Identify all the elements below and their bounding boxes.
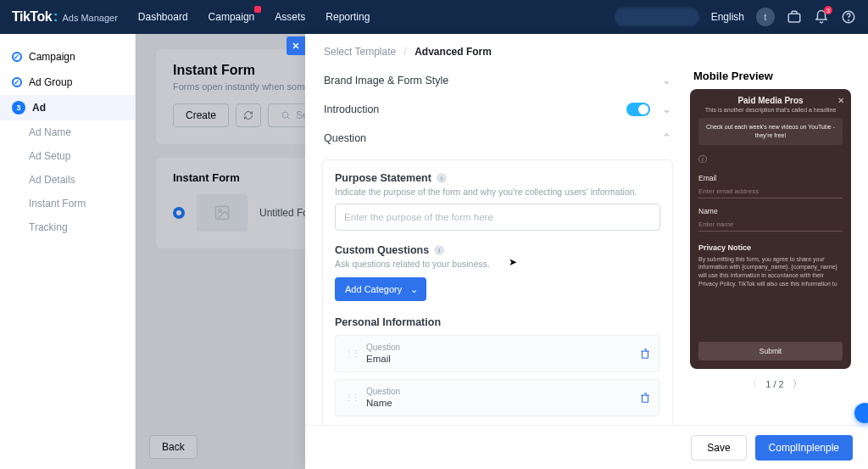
question-settings-card: Purpose Statement i Indicate the purpose… bbox=[322, 159, 673, 425]
sidebar-item-adgroup[interactable]: ✓ Ad Group bbox=[0, 70, 135, 95]
personal-info-caption: Question bbox=[366, 386, 400, 397]
left-sidebar: ✓ Campaign ✓ Ad Group 3 Ad Ad Name Ad Se… bbox=[0, 34, 136, 469]
nav-campaign-label: Campaign bbox=[209, 11, 255, 23]
sidebar-sub-instantform[interactable]: Instant Form bbox=[0, 192, 135, 215]
preview-email-label: Email bbox=[698, 174, 843, 182]
bell-badge: 3 bbox=[824, 6, 832, 14]
brand-colon: : bbox=[53, 9, 58, 25]
mobile-preview-column: Mobile Preview ✕ Paid Media Pros This is… bbox=[690, 66, 860, 425]
info-icon[interactable]: i bbox=[434, 245, 444, 255]
sidebar-item-label: Ad bbox=[32, 102, 46, 114]
nav-campaign-badge bbox=[254, 6, 261, 13]
check-icon: ✓ bbox=[12, 52, 22, 62]
help-icon[interactable] bbox=[841, 9, 856, 25]
pager-next-icon[interactable]: 〉 bbox=[793, 377, 802, 390]
breadcrumb-current: Advanced Form bbox=[415, 46, 492, 58]
nav-items: Dashboard Campaign Assets Reporting bbox=[138, 11, 370, 23]
add-category-label: Add Category bbox=[345, 284, 402, 294]
preview-subtitle: This is another description that's calle… bbox=[698, 107, 843, 113]
personal-info-label: Personal Information bbox=[335, 316, 660, 328]
purpose-input[interactable] bbox=[335, 204, 660, 231]
sidebar-sub-addetails[interactable]: Ad Details bbox=[0, 168, 135, 192]
info-icon[interactable]: i bbox=[437, 173, 447, 183]
personal-info-value: Name bbox=[366, 397, 400, 410]
svg-rect-0 bbox=[788, 14, 800, 22]
chevron-down-icon: ⌄ bbox=[662, 74, 671, 87]
sidebar-sub-adsetup[interactable]: Ad Setup bbox=[0, 144, 135, 168]
nav-campaign[interactable]: Campaign bbox=[209, 11, 255, 23]
breadcrumb-root[interactable]: Select Template bbox=[324, 46, 396, 58]
preview-privacy-heading: Privacy Notice bbox=[698, 243, 843, 252]
language-selector[interactable]: English bbox=[711, 11, 744, 23]
sidebar-item-label: Campaign bbox=[29, 51, 75, 63]
sidebar-item-campaign[interactable]: ✓ Campaign bbox=[0, 44, 135, 70]
delete-button[interactable] bbox=[639, 348, 651, 360]
add-category-button[interactable]: Add Category ⌄ bbox=[335, 277, 426, 301]
breadcrumb: Select Template / Advanced Form bbox=[305, 34, 868, 66]
section-question[interactable]: Question ⌃ bbox=[314, 124, 682, 153]
notifications-button[interactable]: 3 bbox=[814, 9, 829, 25]
sidebar-sub-adname[interactable]: Ad Name bbox=[0, 120, 135, 144]
purpose-label-text: Purpose Statement bbox=[335, 172, 431, 184]
mobile-preview-heading: Mobile Preview bbox=[690, 70, 860, 82]
account-selector[interactable] bbox=[615, 8, 699, 26]
preview-info-icon: ⓘ bbox=[698, 154, 843, 165]
trash-icon bbox=[639, 392, 651, 404]
personal-info-item-name[interactable]: ⋮⋮ Question Name bbox=[335, 379, 660, 416]
personal-info-item-email[interactable]: ⋮⋮ Question Email bbox=[335, 335, 660, 372]
briefcase-icon[interactable] bbox=[787, 9, 802, 25]
nav-right: English t 3 bbox=[615, 8, 856, 26]
nav-assets[interactable]: Assets bbox=[275, 11, 305, 23]
pager-prev-icon[interactable]: 〈 bbox=[748, 377, 757, 390]
nav-reporting[interactable]: Reporting bbox=[326, 11, 370, 23]
chevron-down-icon: ⌄ bbox=[662, 103, 671, 115]
purpose-label: Purpose Statement i bbox=[335, 172, 660, 184]
trash-icon bbox=[639, 348, 651, 360]
drawer-close-button[interactable] bbox=[287, 36, 305, 55]
brand-subtitle: Ads Manager bbox=[62, 13, 117, 23]
complete-button[interactable]: ComplInplenple bbox=[755, 435, 853, 461]
preview-privacy-body: By submitting this form, you agree to sh… bbox=[698, 255, 843, 289]
section-introduction[interactable]: Introduction ⌄ bbox=[314, 95, 682, 124]
check-icon: ✓ bbox=[12, 77, 22, 87]
preview-banner: Check out each week's new videos on YouT… bbox=[698, 118, 843, 145]
section-label: Introduction bbox=[324, 103, 379, 115]
introduction-toggle[interactable] bbox=[626, 103, 650, 116]
preview-name-input[interactable] bbox=[698, 217, 843, 232]
custom-questions-label: Custom Questions i bbox=[335, 244, 660, 256]
custom-questions-help: Ask questions related to your business. bbox=[335, 259, 660, 269]
preview-submit-button[interactable]: Submit bbox=[698, 342, 843, 360]
purpose-help: Indicate the purpose of the form and why… bbox=[335, 187, 660, 197]
preview-close-icon[interactable]: ✕ bbox=[837, 96, 844, 105]
close-icon bbox=[291, 41, 301, 51]
personal-info-caption: Question bbox=[366, 342, 400, 353]
svg-point-2 bbox=[849, 20, 849, 20]
sidebar-item-ad[interactable]: 3 Ad bbox=[0, 95, 135, 120]
avatar[interactable]: t bbox=[756, 8, 775, 26]
drawer-footer: Save ComplInplenple bbox=[305, 425, 868, 469]
brand-logo[interactable]: TikTok: Ads Manager bbox=[12, 9, 118, 25]
delete-button[interactable] bbox=[639, 392, 651, 404]
form-editor-drawer: Select Template / Advanced Form Brand Im… bbox=[305, 34, 868, 469]
drag-handle-icon[interactable]: ⋮⋮ bbox=[344, 349, 358, 360]
preview-email-input[interactable] bbox=[698, 184, 843, 198]
save-button[interactable]: Save bbox=[691, 435, 746, 461]
personal-info-value: Email bbox=[366, 353, 400, 366]
top-navigation: TikTok: Ads Manager Dashboard Campaign A… bbox=[0, 0, 868, 34]
form-builder-column: Brand Image & Form Style ⌄ Introduction … bbox=[314, 66, 682, 425]
chevron-up-icon: ⌃ bbox=[662, 131, 671, 144]
mobile-preview-frame: ✕ Paid Media Pros This is another descri… bbox=[690, 89, 851, 369]
custom-questions-label-text: Custom Questions bbox=[335, 244, 429, 256]
section-label: Brand Image & Form Style bbox=[324, 75, 448, 87]
sidebar-item-label: Ad Group bbox=[29, 76, 72, 88]
section-label: Question bbox=[324, 132, 366, 144]
breadcrumb-separator: / bbox=[404, 46, 407, 58]
preview-name-label: Name bbox=[698, 207, 843, 215]
section-brand-style[interactable]: Brand Image & Form Style ⌄ bbox=[314, 66, 682, 95]
preview-pager: 〈 1 / 2 〉 bbox=[690, 377, 860, 390]
nav-dashboard[interactable]: Dashboard bbox=[138, 11, 188, 23]
preview-title: Paid Media Pros bbox=[698, 96, 843, 105]
chevron-down-icon: ⌄ bbox=[410, 284, 418, 295]
drag-handle-icon[interactable]: ⋮⋮ bbox=[344, 393, 358, 404]
sidebar-sub-tracking[interactable]: Tracking bbox=[0, 215, 135, 239]
